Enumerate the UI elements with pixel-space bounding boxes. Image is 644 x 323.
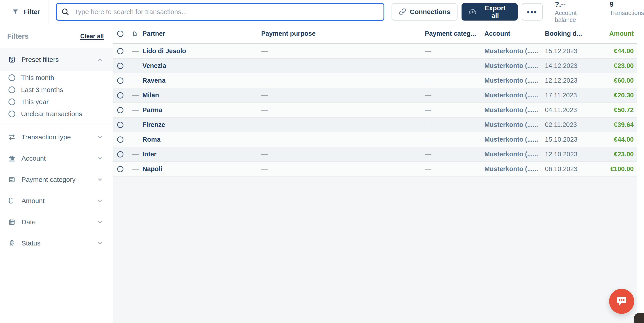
scrollbar-track[interactable] (637, 24, 644, 323)
row-partner-cell: Lido di Jesolo (138, 47, 256, 55)
payment-category-icon (8, 176, 16, 183)
chat-bubble-icon (614, 294, 629, 309)
table-row[interactable]: —Parma——Musterkonto (......04.11.2023€50… (113, 103, 637, 117)
filter-button-label: Filter (24, 8, 40, 16)
row-booking-cell: 04.11.2023 (540, 106, 596, 114)
topbar-stats: ?.--Account balance9Transactions (555, 0, 644, 23)
row-attachment-cell: — (128, 151, 138, 158)
traffic-light-icon (8, 240, 16, 247)
filter-section-date[interactable]: Date (0, 211, 113, 233)
row-amount-cell: €20.30 (596, 92, 637, 99)
row-booking-cell: 02.11.2023 (540, 121, 596, 128)
transactions-table: Partner Payment purpose Payment categ...… (113, 24, 637, 176)
amount-column-header[interactable]: Amount (596, 30, 637, 37)
filter-section-status[interactable]: Status (0, 233, 113, 254)
table-row[interactable]: —Milan——Musterkonto (......17.11.2023€20… (113, 88, 637, 103)
clear-all-link[interactable]: Clear all (80, 33, 104, 40)
stat-label: Account balance (555, 9, 599, 23)
filter-section-amount[interactable]: €Amount (0, 190, 113, 211)
row-booking-cell: 17.11.2023 (540, 92, 596, 99)
connections-button-label: Connections (410, 8, 450, 16)
select-circle-icon (117, 151, 124, 157)
filter-button[interactable]: Filter (12, 8, 40, 16)
more-options-button[interactable]: ••• (522, 3, 543, 20)
search-icon (61, 7, 70, 16)
row-category-cell: — (420, 106, 480, 114)
preset-option-last-3-months[interactable]: Last 3 months (0, 84, 113, 96)
euro-icon: € (8, 197, 16, 205)
row-select-cell[interactable] (113, 77, 128, 84)
search-input[interactable] (56, 3, 384, 21)
row-account-cell: Musterkonto (...... (480, 136, 540, 143)
row-amount-cell: €50.72 (596, 106, 637, 114)
row-booking-cell: 06.10.2023 (540, 165, 596, 173)
row-booking-cell: 15.12.2023 (540, 47, 596, 55)
row-select-cell[interactable] (113, 151, 128, 157)
row-attachment-cell: — (128, 77, 138, 84)
chevron-down-icon (96, 134, 103, 140)
table-row[interactable]: —Lido di Jesolo——Musterkonto (......15.1… (113, 44, 637, 58)
filter-section-account[interactable]: Account (0, 148, 113, 169)
row-category-cell: — (420, 165, 480, 173)
row-select-cell[interactable] (113, 48, 128, 54)
filters-header: Filters Clear all (0, 24, 113, 40)
table-row[interactable]: —Ravena——Musterkonto (......12.12.2023€6… (113, 73, 637, 88)
preset-option-this-month[interactable]: This month (0, 72, 113, 84)
booking-column-header[interactable]: Booking d... (540, 30, 596, 37)
preset-option-this-year[interactable]: This year (0, 96, 113, 108)
filters-sidebar: Filters Clear all Preset filters This mo… (0, 24, 113, 323)
table-row[interactable]: —Venezia——Musterkonto (......14.12.2023€… (113, 58, 637, 73)
chat-widget-button[interactable] (609, 289, 634, 314)
row-account-cell: Musterkonto (...... (480, 92, 540, 99)
radio-icon (8, 86, 15, 93)
table-row[interactable]: —Inter——Musterkonto (......12.10.2023€23… (113, 147, 637, 162)
row-select-cell[interactable] (113, 63, 128, 69)
content-shell: Filters Clear all Preset filters This mo… (0, 24, 644, 323)
row-partner-cell: Firenze (138, 121, 256, 128)
row-purpose-cell: — (256, 106, 420, 114)
row-select-cell[interactable] (113, 107, 128, 113)
row-account-cell: Musterkonto (...... (480, 106, 540, 114)
row-attachment-cell: — (128, 121, 138, 128)
connections-button[interactable]: Connections (392, 3, 458, 20)
filter-section-payment-category[interactable]: Payment category (0, 169, 113, 190)
table-row[interactable]: —Napoli——Musterkonto (......06.10.2023€1… (113, 162, 637, 176)
category-column-header[interactable]: Payment categ... (420, 30, 480, 37)
row-select-cell[interactable] (113, 166, 128, 172)
account-column-header[interactable]: Account (480, 30, 540, 37)
row-select-cell[interactable] (113, 122, 128, 128)
preset-filters-label: Preset filters (22, 56, 91, 63)
calendar-icon (8, 218, 16, 226)
link-icon (399, 8, 406, 16)
transfer-arrows-icon (8, 133, 16, 141)
chevron-down-icon (96, 219, 103, 225)
transactions-main: Partner Payment purpose Payment categ...… (113, 24, 644, 323)
filter-section-transaction-type[interactable]: Transaction type (0, 126, 113, 148)
table-row[interactable]: —Firenze——Musterkonto (......02.11.2023€… (113, 117, 637, 132)
row-attachment-cell: — (128, 47, 138, 55)
row-select-cell[interactable] (113, 136, 128, 143)
export-all-button[interactable]: Export all (462, 3, 518, 20)
row-partner-cell: Ravena (138, 77, 256, 84)
preset-option-unclear-transactions[interactable]: Unclear transactions (0, 108, 113, 120)
sidebar-divider (0, 124, 113, 124)
preset-filters-section[interactable]: Preset filters (0, 48, 113, 71)
table-row[interactable]: —Roma——Musterkonto (......15.10.2023€44.… (113, 132, 637, 147)
row-booking-cell: 14.12.2023 (540, 62, 596, 69)
purpose-column-header[interactable]: Payment purpose (256, 30, 420, 37)
partner-column-header[interactable]: Partner (138, 30, 256, 37)
row-select-cell[interactable] (113, 92, 128, 98)
filter-section-label: Payment category (22, 176, 91, 183)
top-bar: Filter Connections Export all ••• ?.--Ac… (0, 0, 644, 24)
row-category-cell: — (420, 121, 480, 128)
row-account-cell: Musterkonto (...... (480, 77, 540, 84)
row-booking-cell: 15.10.2023 (540, 136, 596, 143)
chevron-down-icon (96, 240, 103, 247)
preset-options-list: This monthLast 3 monthsThis yearUnclear … (0, 72, 113, 120)
select-all-cell[interactable] (113, 31, 128, 37)
funnel-icon (12, 8, 19, 16)
search-wrap (56, 3, 384, 21)
chevron-up-icon (96, 56, 103, 63)
row-partner-cell: Inter (138, 151, 256, 158)
attachment-column-header[interactable] (128, 30, 138, 37)
